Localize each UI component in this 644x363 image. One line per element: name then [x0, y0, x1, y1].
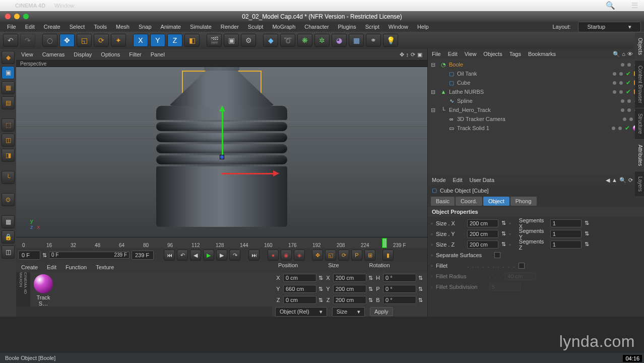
- om-search-icon[interactable]: 🔍: [613, 51, 620, 57]
- coord-system-toggle[interactable]: ◧: [184, 34, 200, 47]
- render-dot[interactable]: [619, 90, 623, 94]
- tab-coord[interactable]: Coord.: [456, 197, 482, 206]
- vp-menu-display[interactable]: Display: [74, 51, 92, 57]
- visibility-dot[interactable]: [623, 117, 626, 121]
- tree-row[interactable]: ⊟◔Boole✔: [428, 60, 644, 69]
- tab-object[interactable]: Object: [483, 197, 509, 206]
- planar-workplane-button[interactable]: ◫: [2, 246, 15, 259]
- coord-mode-dropdown[interactable]: Object (Rel)▾: [275, 307, 327, 317]
- om-view[interactable]: View: [465, 51, 477, 57]
- menu-edit[interactable]: Edit: [21, 23, 39, 31]
- menu-list-icon[interactable]: ☰: [631, 1, 638, 10]
- separate-surfaces-checkbox[interactable]: [494, 252, 500, 258]
- rtab-content[interactable]: Content Browser: [635, 60, 644, 108]
- menu-sculpt[interactable]: Sculpt: [244, 23, 268, 31]
- expand-icon[interactable]: ⊟: [430, 62, 436, 68]
- stepper-icon[interactable]: ⇅: [418, 286, 423, 292]
- menu-tools[interactable]: Tools: [90, 23, 111, 31]
- render-dot[interactable]: [627, 108, 631, 112]
- menu-simulate[interactable]: Simulate: [186, 23, 216, 31]
- am-up-icon[interactable]: ▲: [612, 177, 617, 184]
- mat-menu-function[interactable]: Function: [66, 264, 87, 270]
- visibility-dot[interactable]: [612, 127, 615, 130]
- undo-button[interactable]: ↶: [3, 34, 18, 47]
- visibility-dot[interactable]: [621, 63, 624, 67]
- tree-row[interactable]: ∞3D Tracker Camera⌖: [428, 114, 644, 124]
- add-primitive-button[interactable]: ◆: [263, 34, 278, 47]
- keyframe-sel-button[interactable]: ◈: [294, 250, 305, 261]
- render-settings-button[interactable]: ⚙: [241, 34, 256, 47]
- tree-row[interactable]: ▢Cube✔: [428, 78, 644, 87]
- render-dot[interactable]: [619, 81, 623, 85]
- stepper-icon[interactable]: ⇅: [585, 220, 589, 226]
- param-key-toggle[interactable]: P: [351, 250, 362, 261]
- zoom-window-button[interactable]: [23, 14, 29, 19]
- visibility-dot[interactable]: [613, 81, 616, 85]
- vp-nav-icon[interactable]: ✥: [400, 51, 404, 58]
- menu-file[interactable]: File: [3, 23, 20, 31]
- rtab-structure[interactable]: Structure: [635, 108, 644, 140]
- add-light-button[interactable]: ⚭: [366, 34, 381, 47]
- app-name[interactable]: CINEMA 4D: [15, 3, 45, 9]
- object-name[interactable]: End_Hero_Track: [449, 107, 491, 113]
- om-tags[interactable]: Tags: [509, 51, 521, 57]
- seg-y-input[interactable]: 1: [550, 230, 582, 238]
- lock-workplane-button[interactable]: 🔒: [2, 230, 15, 244]
- om-bookmarks[interactable]: Bookmarks: [528, 51, 556, 57]
- rot-b-field[interactable]: 0 °: [383, 296, 416, 304]
- add-environment-button[interactable]: ◕: [332, 34, 347, 47]
- render-view-button[interactable]: 🎬: [207, 34, 222, 47]
- stepper-icon[interactable]: ⇅: [318, 286, 323, 292]
- om-eye-icon[interactable]: 👁: [627, 51, 633, 57]
- expand-icon[interactable]: ⊟: [430, 89, 436, 95]
- redo-button[interactable]: ↷: [20, 34, 35, 47]
- object-name[interactable]: Cube: [457, 80, 470, 86]
- expand-icon[interactable]: ⊟: [430, 107, 436, 113]
- move-tool[interactable]: ✥: [59, 34, 75, 47]
- rot-key-toggle[interactable]: ⟳: [338, 250, 349, 261]
- next-frame-button[interactable]: ▶: [216, 250, 227, 261]
- pos-z-field[interactable]: 0 cm: [283, 296, 316, 304]
- edge-mode-button[interactable]: ◫: [2, 134, 15, 147]
- vp-menu-options[interactable]: Options: [101, 51, 120, 57]
- vp-menu-view[interactable]: View: [21, 51, 33, 57]
- object-name[interactable]: Boole: [449, 62, 463, 68]
- tab-phong[interactable]: Phong: [510, 197, 537, 206]
- timeline-ruler[interactable]: 0 16 32 48 64 80 96 112 128 144 160 176 …: [16, 237, 427, 248]
- menu-window[interactable]: Window: [384, 23, 412, 31]
- visibility-dot[interactable]: [613, 90, 616, 94]
- mat-menu-edit[interactable]: Edit: [47, 264, 56, 270]
- menu-render[interactable]: Render: [217, 23, 243, 31]
- size-z-field[interactable]: 200 cm: [333, 296, 366, 304]
- stepper-icon[interactable]: ⇅: [318, 275, 323, 281]
- vp-nav-icon[interactable]: ⟳: [411, 51, 415, 58]
- goto-end-button[interactable]: ⏭: [248, 250, 260, 261]
- make-editable-button[interactable]: ◆: [2, 51, 15, 64]
- menu-mograph[interactable]: MoGraph: [268, 23, 299, 31]
- close-window-button[interactable]: [5, 14, 11, 19]
- stepper-icon[interactable]: ⇅: [318, 297, 323, 304]
- animation-mode-button[interactable]: ▮: [382, 250, 394, 261]
- am-userdata[interactable]: User Data: [470, 177, 495, 183]
- pos-x-field[interactable]: 0 cm: [283, 274, 316, 282]
- rotate-tool[interactable]: ⟳: [94, 34, 109, 47]
- timeline-playhead[interactable]: [382, 238, 387, 248]
- rtab-attributes[interactable]: Attributes: [635, 140, 644, 171]
- enable-check-icon[interactable]: ✔: [626, 88, 631, 95]
- point-mode-button[interactable]: ⬚: [2, 118, 15, 132]
- am-search-icon[interactable]: 🔍: [619, 177, 626, 184]
- goto-start-button[interactable]: ⏮: [164, 250, 175, 261]
- menu-character[interactable]: Character: [300, 23, 333, 31]
- render-dot[interactable]: [618, 127, 622, 130]
- tab-basic[interactable]: Basic: [431, 197, 455, 206]
- scale-key-toggle[interactable]: ◱: [325, 250, 336, 261]
- menu-help[interactable]: Help: [413, 23, 433, 31]
- spotlight-icon[interactable]: 🔍: [606, 1, 615, 10]
- vp-menu-cameras[interactable]: Cameras: [42, 51, 65, 57]
- stepper-icon[interactable]: ⇅: [501, 220, 506, 226]
- last-tool[interactable]: ✦: [111, 34, 126, 47]
- object-name[interactable]: Oil Tank: [457, 71, 477, 77]
- snap-toggle-button[interactable]: ⊙: [2, 193, 15, 206]
- object-name[interactable]: Lathe NURBS: [449, 89, 484, 95]
- coord-scale-dropdown[interactable]: Size▾: [332, 307, 365, 317]
